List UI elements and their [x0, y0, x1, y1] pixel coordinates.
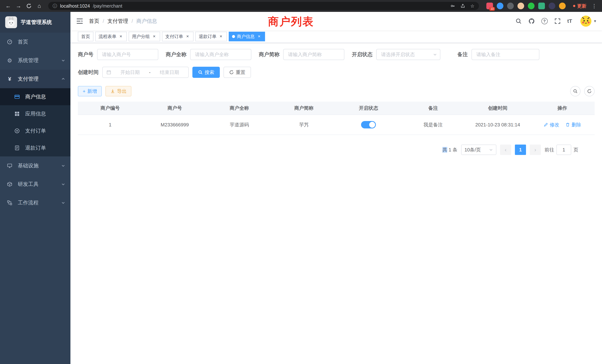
url-bar[interactable]: ⓘ localhost:1024 /pay/merchant ☆ — [48, 2, 479, 10]
page-size-select[interactable]: 10条/页 — [461, 145, 496, 155]
status-toggle[interactable] — [361, 121, 376, 128]
page-number-1[interactable]: 1 — [515, 145, 526, 155]
extension-icon[interactable] — [528, 3, 535, 9]
create-time-range-picker[interactable]: 开始日期 - 结束日期 — [102, 67, 189, 78]
bookmark-star-icon[interactable]: ☆ — [470, 3, 474, 9]
extension-icon[interactable] — [549, 3, 555, 9]
sidebar-item-system[interactable]: ⚙ 系统管理 — [0, 51, 70, 70]
cell-remark: 我是备注 — [401, 122, 466, 128]
sidebar-item-merchant-info[interactable]: 商户信息 — [0, 88, 70, 105]
status-select[interactable]: 请选择开启状态 — [376, 49, 440, 60]
chevron-down-icon — [61, 164, 65, 168]
share-icon[interactable] — [460, 3, 465, 8]
site-info-icon[interactable]: ⓘ — [53, 3, 57, 9]
app-title: 芋道管理系统 — [21, 19, 52, 26]
search-button[interactable]: 搜索 — [192, 67, 220, 78]
browser-back-icon[interactable]: ← — [4, 1, 13, 10]
sidebar-item-workflow[interactable]: 工作流程 — [0, 193, 70, 212]
close-icon[interactable]: × — [185, 34, 190, 39]
extension-icon[interactable] — [497, 3, 503, 9]
app-logo-row[interactable]: 芋道管理系统 — [0, 12, 70, 33]
profile-extension-icon[interactable] — [517, 3, 524, 9]
github-icon[interactable] — [528, 18, 535, 24]
sidebar-item-dev-tools[interactable]: 研发工具 — [0, 175, 70, 193]
merchant-no-input[interactable] — [97, 49, 158, 60]
chevron-down-icon — [61, 182, 65, 186]
goto-page-input[interactable] — [556, 145, 571, 155]
close-icon[interactable]: × — [257, 34, 262, 39]
browser-menu-icon[interactable]: ⋮ — [591, 3, 598, 9]
status-label: 开启状态 — [352, 51, 373, 58]
top-navbar: 首页 / 支付管理 / 商户信息 商户列表 ? — [70, 12, 602, 30]
breadcrumb-item[interactable]: 首页 — [89, 18, 99, 25]
user-menu[interactable]: ▾ — [580, 16, 596, 27]
column-header: 商户编号 — [78, 105, 142, 111]
tab-process-form[interactable]: 流程表单 × — [95, 32, 127, 41]
update-dot-icon — [573, 5, 575, 7]
column-header: 商户号 — [142, 105, 207, 111]
prev-page-button[interactable]: ‹ — [500, 145, 511, 155]
extensions-row: 10 — [486, 3, 566, 9]
sidebar-item-infrastructure[interactable]: 基础设施 — [0, 156, 70, 175]
export-button[interactable]: 导出 — [106, 86, 131, 96]
cell-merchant-no: M233666999 — [142, 122, 207, 128]
search-icon[interactable] — [516, 18, 522, 24]
remark-input[interactable] — [472, 49, 539, 60]
pagination-total: 共 1 条 — [442, 147, 457, 153]
reset-button[interactable]: 重置 — [224, 67, 251, 78]
breadcrumb: 首页 / 支付管理 / 商户信息 — [89, 18, 157, 25]
password-key-icon[interactable] — [450, 3, 455, 8]
font-size-icon[interactable]: tT — [567, 18, 572, 24]
close-icon[interactable]: × — [218, 34, 224, 39]
filter-row-1: 商户号 商户全称 商户简称 开启状态 请选择开启状态 — [78, 49, 595, 60]
browser-home-icon[interactable]: ⌂ — [35, 1, 44, 10]
breadcrumb-item[interactable]: 支付管理 — [108, 18, 128, 25]
next-page-button[interactable]: › — [530, 145, 541, 155]
tab-pay-order[interactable]: 支付订单 × — [162, 32, 194, 41]
column-header: 开启状态 — [336, 105, 401, 111]
gear-icon: ⚙ — [6, 57, 13, 64]
close-icon[interactable]: × — [118, 34, 123, 39]
browser-refresh-icon[interactable] — [24, 1, 33, 10]
sidebar-item-label: 商户信息 — [25, 93, 46, 100]
sidebar-item-label: 退款订单 — [25, 144, 46, 151]
refresh-table-button[interactable] — [584, 86, 595, 96]
sidebar-item-payment[interactable]: ¥ 支付管理 — [0, 70, 70, 88]
date-start-placeholder[interactable]: 开始日期 — [115, 69, 145, 76]
tab-user-group[interactable]: 用户分组 × — [129, 32, 160, 41]
toggle-search-button[interactable] — [570, 86, 580, 96]
browser-chrome: ← → ⌂ ⓘ localhost:1024 /pay/merchant ☆ 1… — [0, 0, 602, 12]
sidebar-item-app-info[interactable]: 应用信息 — [0, 105, 70, 122]
hamburger-icon[interactable] — [76, 18, 83, 24]
sidebar-item-pay-order[interactable]: 支付订单 — [0, 122, 70, 139]
add-button[interactable]: + 新增 — [78, 86, 102, 96]
close-icon[interactable]: × — [152, 34, 157, 39]
sidebar-item-home[interactable]: 首页 — [0, 33, 70, 51]
active-tab-dot — [232, 35, 235, 38]
filter-row-2: 创建时间 开始日期 - 结束日期 搜索 — [78, 67, 595, 78]
tab-home[interactable]: 首页 — [78, 32, 93, 41]
cell-full-name: 芋道源码 — [207, 122, 272, 128]
fullscreen-icon[interactable] — [554, 18, 561, 24]
date-end-placeholder[interactable]: 结束日期 — [154, 69, 185, 76]
page-content: 商户号 商户全称 商户简称 开启状态 请选择开启状态 — [70, 43, 602, 364]
browser-update-button[interactable]: 更新 — [570, 2, 589, 10]
emoji-extension-icon[interactable] — [559, 3, 566, 9]
goto-suffix: 页 — [573, 147, 578, 153]
extension-icon[interactable] — [507, 3, 514, 9]
sidebar-item-refund-order[interactable]: 退款订单 — [0, 139, 70, 156]
extension-icon[interactable]: 10 — [486, 3, 493, 9]
sidebar-item-label: 支付订单 — [25, 127, 46, 134]
delete-link[interactable]: 删除 — [565, 122, 581, 128]
extension-icon[interactable] — [538, 3, 545, 9]
sidebar-item-label: 研发工具 — [18, 181, 39, 188]
help-icon[interactable]: ? — [541, 18, 548, 24]
document-icon — [13, 145, 21, 151]
short-name-input[interactable] — [283, 49, 344, 60]
edit-link[interactable]: 修改 — [543, 122, 559, 128]
browser-forward-icon[interactable]: → — [14, 1, 23, 10]
tab-refund-order[interactable]: 退款订单 × — [195, 32, 227, 41]
tab-merchant-info[interactable]: 商户信息 × — [229, 32, 265, 41]
full-name-input[interactable] — [190, 49, 251, 60]
short-name-label: 商户简称 — [259, 51, 280, 58]
